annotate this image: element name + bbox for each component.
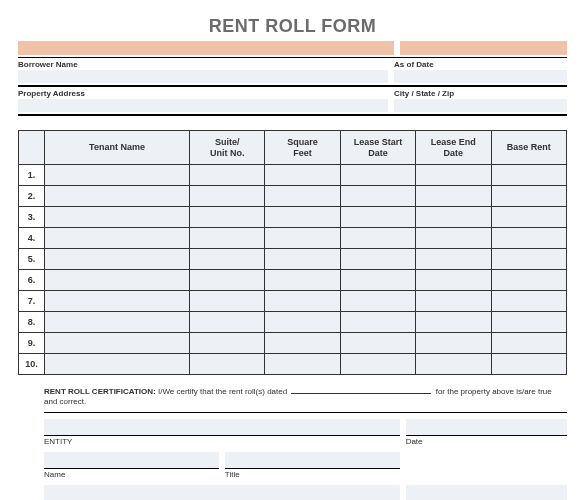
table-cell[interactable] (340, 207, 415, 228)
row-number: 2. (19, 186, 45, 207)
signature-row-name: Name Title (44, 452, 567, 479)
table-cell[interactable] (265, 207, 340, 228)
table-cell[interactable] (45, 270, 190, 291)
table-cell[interactable] (416, 249, 491, 270)
table-cell[interactable] (340, 186, 415, 207)
table-cell[interactable] (190, 207, 265, 228)
table-row: 6. (19, 270, 567, 291)
cert-divider (44, 412, 567, 413)
table-cell[interactable] (491, 249, 566, 270)
table-cell[interactable] (45, 333, 190, 354)
table-cell[interactable] (190, 270, 265, 291)
city-field[interactable] (394, 99, 567, 112)
entity-field[interactable] (44, 419, 400, 435)
col-number (19, 131, 45, 165)
table-cell[interactable] (491, 207, 566, 228)
individual-field[interactable] (44, 485, 400, 500)
row-number: 3. (19, 207, 45, 228)
table-cell[interactable] (491, 270, 566, 291)
table-cell[interactable] (416, 312, 491, 333)
table-cell[interactable] (340, 228, 415, 249)
name-field[interactable] (44, 452, 219, 468)
table-cell[interactable] (190, 291, 265, 312)
table-row: 4. (19, 228, 567, 249)
table-cell[interactable] (45, 312, 190, 333)
table-cell[interactable] (190, 312, 265, 333)
table-cell[interactable] (416, 333, 491, 354)
col-start: Lease Start Date (340, 131, 415, 165)
table-cell[interactable] (340, 291, 415, 312)
table-cell[interactable] (265, 270, 340, 291)
table-cell[interactable] (340, 312, 415, 333)
table-cell[interactable] (340, 249, 415, 270)
table-row: 5. (19, 249, 567, 270)
table-cell[interactable] (491, 165, 566, 186)
table-cell[interactable] (491, 333, 566, 354)
row-number: 9. (19, 333, 45, 354)
table-cell[interactable] (265, 354, 340, 375)
table-cell[interactable] (265, 291, 340, 312)
divider-thick (18, 114, 567, 116)
table-cell[interactable] (265, 165, 340, 186)
cert-date-blank[interactable] (291, 385, 431, 394)
entity-date-field[interactable] (406, 419, 567, 435)
table-cell[interactable] (416, 228, 491, 249)
table-cell[interactable] (45, 291, 190, 312)
table-cell[interactable] (416, 186, 491, 207)
table-cell[interactable] (45, 165, 190, 186)
certification-block: RENT ROLL CERTIFICATION: I/We certify th… (44, 385, 567, 500)
tenant-table: Tenant Name Suite/ Unit No. Square Feet … (18, 130, 567, 375)
table-cell[interactable] (416, 207, 491, 228)
table-cell[interactable] (491, 186, 566, 207)
table-cell[interactable] (416, 291, 491, 312)
header-bar (18, 41, 567, 55)
table-cell[interactable] (340, 354, 415, 375)
table-cell[interactable] (491, 291, 566, 312)
title-field[interactable] (225, 452, 400, 468)
borrower-field[interactable] (18, 70, 388, 83)
property-field[interactable] (18, 99, 388, 112)
table-cell[interactable] (190, 228, 265, 249)
meta-row-2: Property Address City / State / Zip (18, 89, 567, 112)
table-cell[interactable] (190, 249, 265, 270)
divider-thick (18, 85, 567, 87)
table-row: 10. (19, 354, 567, 375)
individual-date-field[interactable] (406, 485, 567, 500)
table-cell[interactable] (265, 312, 340, 333)
table-cell[interactable] (45, 354, 190, 375)
table-row: 8. (19, 312, 567, 333)
table-cell[interactable] (190, 186, 265, 207)
as-of-field[interactable] (394, 70, 567, 83)
table-cell[interactable] (265, 228, 340, 249)
table-cell[interactable] (190, 354, 265, 375)
table-cell[interactable] (190, 333, 265, 354)
table-cell[interactable] (265, 186, 340, 207)
name-label: Name (44, 470, 65, 479)
table-row: 2. (19, 186, 567, 207)
table-cell[interactable] (45, 249, 190, 270)
table-cell[interactable] (416, 270, 491, 291)
table-cell[interactable] (45, 186, 190, 207)
table-cell[interactable] (491, 354, 566, 375)
table-cell[interactable] (45, 228, 190, 249)
table-cell[interactable] (491, 228, 566, 249)
row-number: 1. (19, 165, 45, 186)
table-cell[interactable] (416, 354, 491, 375)
table-cell[interactable] (491, 312, 566, 333)
table-cell[interactable] (265, 249, 340, 270)
cert-label: RENT ROLL CERTIFICATION: (44, 387, 156, 396)
table-cell[interactable] (416, 165, 491, 186)
table-cell[interactable] (190, 165, 265, 186)
property-label: Property Address (18, 89, 388, 98)
header-bar-split (394, 41, 400, 55)
as-of-label: As of Date (394, 60, 567, 69)
row-number: 4. (19, 228, 45, 249)
cert-text-a: I/We certify that the rent roll(s) dated (158, 387, 287, 396)
row-number: 5. (19, 249, 45, 270)
table-cell[interactable] (265, 333, 340, 354)
table-cell[interactable] (340, 333, 415, 354)
table-cell[interactable] (340, 270, 415, 291)
table-cell[interactable] (45, 207, 190, 228)
table-cell[interactable] (340, 165, 415, 186)
table-row: 9. (19, 333, 567, 354)
